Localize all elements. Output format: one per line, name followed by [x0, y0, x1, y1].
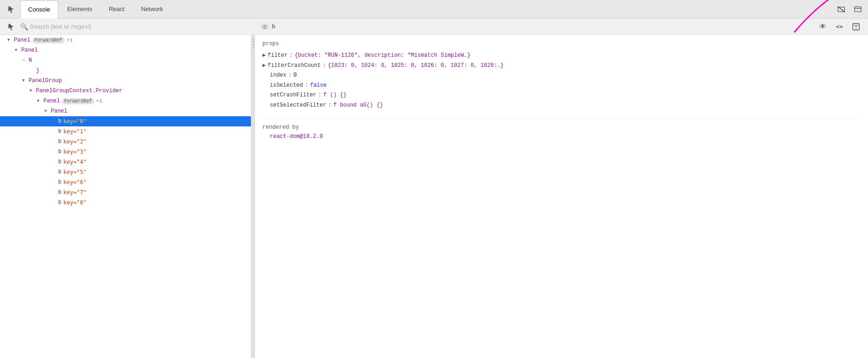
tag-name: PanelGroupContext.Provider — [36, 88, 122, 94]
key-attr: key="3" — [63, 149, 87, 155]
prop-key: isSelected — [270, 81, 303, 91]
rendered-by-value[interactable]: react-dom@18.2.0 — [262, 133, 861, 140]
tab-console[interactable]: Console — [20, 0, 58, 18]
tree-item[interactable]: ▼ Panel — [0, 45, 251, 55]
prop-value: f bound aG() {} — [333, 101, 383, 111]
tree-item[interactable]: ▼ Panel ForwardRef +1 — [0, 35, 251, 45]
tree-item[interactable]: b key="8" — [0, 197, 251, 208]
prop-expand-arrow[interactable]: ▶ — [262, 61, 266, 71]
tree-item[interactable]: b key="3" — [0, 147, 251, 157]
key-attr: key="6" — [63, 179, 87, 185]
prop-key: setCrashFilter — [270, 90, 316, 101]
prop-row-setselectedfilter: setSelectedFilter : f bound aG() {} — [262, 101, 861, 111]
code-icon-button[interactable]: <> — [833, 20, 846, 33]
tree-item[interactable]: b key="7" — [0, 187, 251, 197]
tree-item[interactable]: b key="2" — [0, 137, 251, 147]
tab-network[interactable]: Network — [134, 0, 171, 18]
layout-icon-button[interactable] — [850, 20, 862, 33]
prop-separator: : — [288, 71, 291, 81]
key-attr: key="8" — [63, 199, 87, 206]
prop-key: index — [270, 71, 286, 81]
badge: ForwardRef — [62, 98, 94, 104]
tag-name: Panel — [14, 37, 30, 43]
tab-react[interactable]: React — [101, 0, 132, 18]
prop-separator: : — [305, 81, 308, 91]
tab-elements[interactable]: Elements — [60, 0, 100, 18]
cursor-icon[interactable] — [4, 2, 18, 17]
tree-arrow: ▼ — [37, 99, 42, 103]
component-name-header: b — [272, 23, 275, 30]
tree-item-selected[interactable]: b key="0" — [0, 116, 251, 126]
tag-name: b — [58, 199, 61, 206]
plus-badge: +1 — [96, 98, 102, 104]
tree-item[interactable]: ▼ Panel — [0, 106, 251, 116]
prop-separator: : — [289, 51, 292, 61]
rendered-by-title: rendered by — [262, 124, 861, 131]
tag-name: PanelGroup — [29, 78, 62, 84]
prop-value: {1023: 0, 1024: 0, 1025: 0, 1026: 0, 102… — [328, 61, 504, 71]
inspect-icon[interactable] — [4, 19, 18, 34]
key-attr: key="0" — [63, 118, 87, 125]
tree-arrow: ▼ — [22, 78, 27, 83]
prop-value: 0 — [293, 71, 297, 81]
prop-key: setSelectedFilter — [270, 101, 326, 111]
prop-row-isselected: isSelected : false — [262, 81, 861, 91]
tab-bar: Console Elements React Network — [0, 0, 868, 18]
tag-name: b — [58, 149, 61, 155]
prop-separator: : — [322, 61, 326, 71]
prop-value: {bucket: "RUN-1126", description: "Misma… — [295, 51, 471, 61]
right-header: 0 b 👁 <> — [255, 18, 868, 35]
tree-item[interactable]: ▼ PanelGroup — [0, 76, 251, 86]
tree-item[interactable]: b key="1" — [0, 126, 251, 137]
prop-row-setcrashfilter: setCrashFilter : f () {} — [262, 90, 861, 101]
prop-separator: : — [318, 90, 321, 101]
tree-arrow: ▼ — [15, 48, 19, 53]
tree-item[interactable]: b key="4" — [0, 157, 251, 167]
tree-item[interactable]: b key="6" — [0, 177, 251, 187]
prop-expand-arrow[interactable]: ▶ — [262, 51, 266, 61]
tab-bar-right — [835, 3, 864, 16]
tag-name: b — [58, 138, 61, 145]
key-attr: key="2" — [63, 138, 87, 145]
key-attr: key="5" — [63, 169, 87, 175]
plus-badge: +1 — [66, 37, 72, 43]
props-panel: props ▶ filter : {bucket: "RUN-1126", de… — [255, 35, 868, 358]
resize-dot — [253, 44, 254, 46]
tag-name: b — [58, 128, 61, 135]
tree-item[interactable]: j — [0, 66, 251, 76]
tag-name: b — [58, 118, 61, 125]
window-icon[interactable] — [851, 3, 864, 16]
search-input[interactable] — [30, 23, 159, 30]
tree-item[interactable]: b key="5" — [0, 167, 251, 177]
prop-key: filterCrashCount — [268, 61, 321, 71]
left-header: 🔍 — [0, 18, 255, 35]
main-content: ▼ Panel ForwardRef +1 ▼ Panel ~ N j ▼ Pa… — [0, 35, 868, 358]
prop-row-filtercrashcount: ▶ filterCrashCount : {1023: 0, 1024: 0, … — [262, 61, 861, 71]
camera-off-icon[interactable] — [835, 3, 848, 16]
prop-row-filter: ▶ filter : {bucket: "RUN-1126", descript… — [262, 51, 861, 61]
props-section-title: props — [262, 41, 861, 47]
tree-arrow: ~ — [22, 58, 27, 63]
tree-arrow: ▼ — [7, 38, 12, 42]
prop-separator: : — [328, 101, 331, 111]
rendered-by-section: rendered by react-dom@18.2.0 — [262, 118, 861, 140]
tree-item[interactable]: ~ N — [0, 55, 251, 66]
tag-name: Panel — [51, 108, 67, 114]
tree-item[interactable]: ▼ PanelGroupContext.Provider — [0, 86, 251, 96]
resize-handle[interactable] — [251, 35, 255, 358]
tag-name: j — [36, 67, 39, 74]
key-attr: key="7" — [63, 189, 87, 196]
resize-dot — [253, 39, 254, 40]
eye-icon-button[interactable]: 👁 — [816, 20, 829, 33]
prop-row-index: index : 0 — [262, 71, 861, 81]
tag-name: b — [58, 159, 61, 165]
tag-name: b — [58, 189, 61, 196]
tree-item[interactable]: ▼ Panel ForwardRef +1 — [0, 96, 251, 106]
tag-name: b — [58, 169, 61, 175]
resize-dot — [253, 47, 254, 48]
prop-key: filter — [268, 51, 287, 61]
tag-name: b — [58, 179, 61, 185]
component-tree: ▼ Panel ForwardRef +1 ▼ Panel ~ N j ▼ Pa… — [0, 35, 251, 358]
tag-name: N — [29, 57, 32, 64]
key-attr: key="4" — [63, 159, 87, 165]
